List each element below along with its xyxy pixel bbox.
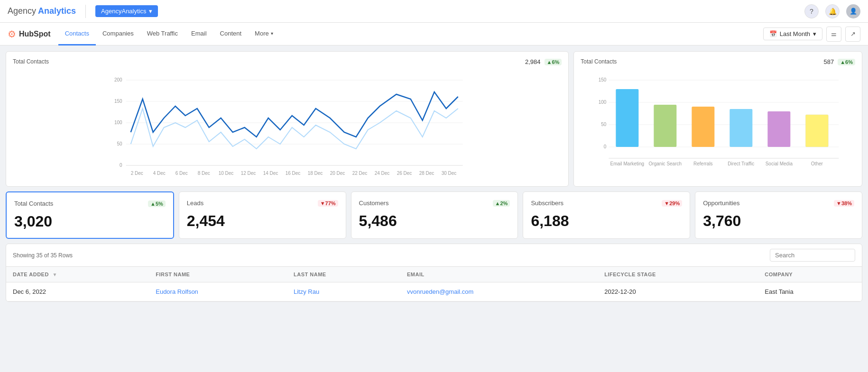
svg-text:4 Dec: 4 Dec [153, 171, 166, 176]
metric-leads-badge: ▼77% [318, 200, 338, 207]
svg-text:14 Dec: 14 Dec [263, 171, 278, 176]
metric-opportunities-header: Opportunities ▼38% [703, 200, 854, 207]
bar-chart-title: Total Contacts [581, 58, 617, 65]
svg-text:6 Dec: 6 Dec [175, 171, 188, 176]
tab-email-label: Email [191, 30, 207, 37]
main-content: Total Contacts 2,984 ▲6% 200 150 100 50 … [0, 45, 868, 308]
help-icon: ? [810, 8, 813, 15]
bar-chart-value: 587 [824, 58, 834, 65]
metric-total-contacts-value: 3,020 [14, 213, 166, 230]
metric-leads-title: Leads [187, 200, 203, 207]
cell-first-name: Eudora Rolfson [149, 282, 287, 301]
svg-text:150: 150 [114, 99, 122, 104]
line-chart-svg: 200 150 100 50 0 2 Dec 4 Dec 6 Dec 8 Dec… [13, 71, 562, 180]
top-bar: AgencyAnalytics AgencyAnalytics ▾ ? 🔔 👤 [0, 0, 868, 23]
bar-chart-header: Total Contacts 587 ▲6% [581, 58, 855, 69]
date-chevron-icon: ▾ [813, 30, 816, 37]
customize-button[interactable]: ⚌ [826, 27, 841, 42]
tab-content-label: Content [220, 30, 242, 37]
table-header-row: DATE ADDED ▼ FIRST NAME LAST NAME EMAIL … [6, 267, 862, 282]
workspace-label: AgencyAnalytics [101, 8, 146, 15]
table-toolbar: Showing 35 of 35 Rows [6, 244, 862, 267]
svg-text:Referrals: Referrals [693, 161, 713, 166]
metric-total-contacts[interactable]: Total Contacts ▲5% 3,020 [6, 191, 174, 239]
tab-web-traffic[interactable]: Web Traffic [140, 23, 185, 45]
bar-email-marketing [616, 89, 639, 147]
metric-customers-badge: ▲2% [493, 200, 510, 207]
metric-opportunities-badge: ▼38% [834, 200, 854, 207]
tab-more[interactable]: More ▾ [248, 23, 280, 45]
metric-subscribers[interactable]: Subscribers ▼29% 6,188 [523, 191, 690, 239]
contacts-table-card: Showing 35 of 35 Rows DATE ADDED ▼ FIRST… [6, 244, 862, 302]
tab-companies-label: Companies [102, 30, 134, 37]
metric-customers[interactable]: Customers ▲2% 5,486 [351, 191, 518, 239]
metric-leads[interactable]: Leads ▼77% 2,454 [179, 191, 346, 239]
sort-icon: ▼ [52, 272, 57, 277]
metric-customers-value: 5,486 [359, 212, 510, 230]
bar-chart-badge: ▲6% [838, 59, 855, 65]
date-range-label: Last Month [780, 30, 810, 37]
bar-social-media [768, 111, 791, 147]
col-email[interactable]: EMAIL [400, 267, 598, 282]
col-date-added[interactable]: DATE ADDED ▼ [6, 267, 149, 282]
share-button[interactable]: ↗ [845, 27, 860, 42]
logo-divider [85, 5, 86, 18]
tab-companies[interactable]: Companies [96, 23, 140, 45]
svg-text:Email Marketing: Email Marketing [610, 161, 645, 166]
tab-email[interactable]: Email [185, 23, 213, 45]
bar-other [806, 115, 829, 147]
svg-text:150: 150 [599, 77, 607, 82]
notifications-button[interactable]: 🔔 [825, 4, 840, 18]
svg-text:16 Dec: 16 Dec [286, 171, 301, 176]
metric-opportunities-title: Opportunities [703, 200, 739, 207]
line-chart-title: Total Contacts [13, 58, 49, 65]
svg-text:100: 100 [114, 120, 122, 125]
bar-organic-search [654, 105, 677, 147]
metric-subscribers-value: 6,188 [531, 212, 682, 230]
share-icon: ↗ [850, 30, 856, 37]
svg-text:28 Dec: 28 Dec [419, 171, 434, 176]
bar-chart-svg: 150 100 50 0 Email Marketing Organic Sea… [581, 71, 855, 180]
hubspot-name: HubSpot [19, 30, 51, 38]
svg-text:Organic Search: Organic Search [649, 161, 682, 166]
more-chevron-icon: ▾ [271, 31, 273, 36]
bar-direct-traffic [730, 109, 753, 147]
tab-content[interactable]: Content [213, 23, 249, 45]
metric-subscribers-title: Subscribers [531, 200, 563, 207]
svg-text:24 Dec: 24 Dec [375, 171, 390, 176]
cell-company: East Tania [758, 282, 862, 301]
metric-opportunities[interactable]: Opportunities ▼38% 3,760 [695, 191, 862, 239]
col-company[interactable]: COMPANY [758, 267, 862, 282]
sub-nav: ⚙ HubSpot Contacts Companies Web Traffic… [0, 23, 868, 45]
table-search-input[interactable] [770, 249, 855, 262]
bell-icon: 🔔 [829, 8, 837, 15]
col-last-name[interactable]: LAST NAME [287, 267, 400, 282]
svg-text:12 Dec: 12 Dec [241, 171, 256, 176]
cell-date-added: Dec 6, 2022 [6, 282, 149, 301]
line-chart-header: Total Contacts 2,984 ▲6% [13, 58, 562, 69]
cell-lifecycle-stage: 2022-12-20 [598, 282, 758, 301]
workspace-button[interactable]: AgencyAnalytics ▾ [95, 5, 158, 17]
sub-nav-right: 📅 Last Month ▾ ⚌ ↗ [763, 27, 860, 42]
col-lifecycle-stage[interactable]: LIFECYCLE STAGE [598, 267, 758, 282]
metric-subscribers-badge: ▼29% [662, 200, 682, 207]
logo: AgencyAnalytics [8, 6, 76, 16]
tab-contacts[interactable]: Contacts [58, 23, 96, 45]
metric-subscribers-header: Subscribers ▼29% [531, 200, 682, 207]
col-first-name[interactable]: FIRST NAME [149, 267, 287, 282]
line-chart-value: 2,984 [525, 58, 541, 65]
tab-contacts-label: Contacts [65, 30, 89, 37]
svg-text:2 Dec: 2 Dec [131, 171, 143, 176]
svg-text:100: 100 [599, 100, 607, 105]
help-button[interactable]: ? [804, 4, 819, 18]
svg-text:50: 50 [601, 122, 607, 127]
svg-text:Social Media: Social Media [766, 161, 793, 166]
workspace-chevron-icon: ▾ [149, 8, 152, 15]
svg-text:Other: Other [811, 161, 823, 166]
date-range-button[interactable]: 📅 Last Month ▾ [763, 27, 822, 40]
avatar[interactable]: 👤 [846, 4, 860, 18]
bar-referrals [692, 107, 715, 147]
svg-text:18 Dec: 18 Dec [308, 171, 323, 176]
svg-text:200: 200 [114, 77, 122, 82]
table-row: Dec 6, 2022 Eudora Rolfson Litzy Rau vvo… [6, 282, 862, 301]
